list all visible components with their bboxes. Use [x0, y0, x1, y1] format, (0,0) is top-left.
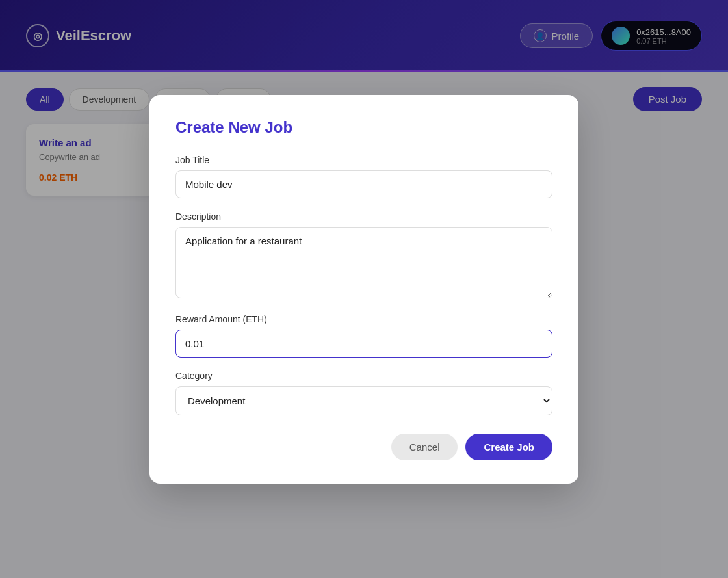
reward-group: Reward Amount (ETH) [176, 314, 552, 358]
cancel-button[interactable]: Cancel [391, 434, 458, 460]
modal-actions: Cancel Create Job [176, 434, 552, 460]
modal-overlay: Create New Job Job Title Description Rew… [0, 0, 728, 578]
description-textarea[interactable] [176, 227, 552, 298]
create-job-button[interactable]: Create Job [465, 434, 552, 460]
reward-label: Reward Amount (ETH) [176, 314, 552, 324]
reward-input[interactable] [176, 330, 552, 358]
job-title-label: Job Title [176, 155, 552, 165]
modal-title: Create New Job [176, 118, 552, 137]
description-group: Description [176, 211, 552, 301]
category-select[interactable]: DevelopmentDesignWritingMarketingOther [176, 386, 552, 415]
job-title-input[interactable] [176, 170, 552, 198]
create-job-modal: Create New Job Job Title Description Rew… [150, 95, 578, 484]
category-group: Category DevelopmentDesignWritingMarketi… [176, 371, 552, 415]
description-label: Description [176, 211, 552, 222]
job-title-group: Job Title [176, 155, 552, 198]
category-label: Category [176, 371, 552, 381]
